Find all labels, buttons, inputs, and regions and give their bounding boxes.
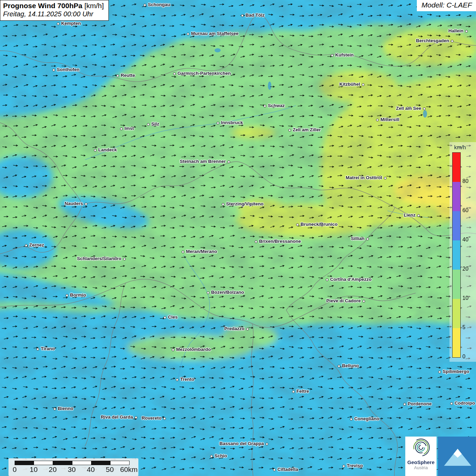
wind-map (0, 0, 476, 476)
scale-stripe (72, 461, 91, 465)
scale-tick-label: 10 (30, 465, 37, 474)
scale-stripe (111, 461, 129, 465)
partner-logo (438, 437, 476, 476)
legend-segment (453, 270, 460, 299)
legend-segment (453, 240, 460, 270)
scale-stripe (91, 461, 111, 465)
scale-tick-label: 50 (106, 465, 114, 474)
geosphere-logo: GeoSphere Austria (405, 437, 437, 476)
legend-tick-label: 0 (462, 354, 465, 360)
terrain-shading (0, 0, 476, 476)
legend-color-bar (452, 152, 461, 358)
lake (423, 110, 427, 118)
page-title-unit: [km/h] (84, 2, 104, 10)
wind-forecast-page: SchongauBad TölzKemptenMurnau am Staffel… (0, 0, 476, 476)
legend-segment (453, 211, 460, 240)
legend-tick-label: 5 (462, 324, 465, 330)
page-title-line: Prognose Wind 700hPa[km/h] (3, 2, 104, 10)
forecast-datetime: Freitag, 14.11.2025 00:00 Uhr (3, 10, 104, 18)
scale-tick-label: 40 (87, 465, 95, 474)
lake (215, 48, 221, 52)
legend-segment (453, 182, 460, 211)
page-title: Prognose Wind 700hPa (3, 2, 82, 10)
scale-ruler (15, 461, 130, 465)
lake (268, 82, 271, 90)
legend: km/h 806040201050 (449, 142, 476, 362)
scale-tick-label: 20 (49, 465, 56, 474)
scale-tick-label: 30 (68, 465, 75, 474)
scale-tick-label: 0 (13, 465, 17, 474)
legend-segment (453, 153, 460, 182)
legend-tick-label: 20 (462, 266, 469, 272)
mountain-icon (438, 437, 476, 476)
legend-tick-label: 80 (462, 178, 469, 184)
model-label: Modell: C-LAEF (417, 0, 476, 11)
brand-country: Austria (405, 465, 437, 470)
scale-bar: 0102030405060km (8, 458, 138, 476)
scale-stripe (15, 461, 34, 465)
brand-name: GeoSphere (405, 459, 437, 465)
scale-stripe (53, 461, 72, 465)
legend-segment (453, 328, 460, 357)
legend-tick-label: 40 (462, 237, 469, 243)
map-title-box: Prognose Wind 700hPa[km/h] Freitag, 14.1… (0, 0, 109, 21)
legend-tick-label: 10 (462, 295, 469, 301)
legend-tick-label: 60 (462, 207, 469, 214)
legend-unit-label: km/h (449, 144, 471, 151)
scale-stripe (34, 461, 53, 465)
geosphere-swirl-icon (411, 438, 431, 458)
legend-segment (453, 299, 460, 328)
scale-tick-label: 60km (120, 465, 137, 474)
